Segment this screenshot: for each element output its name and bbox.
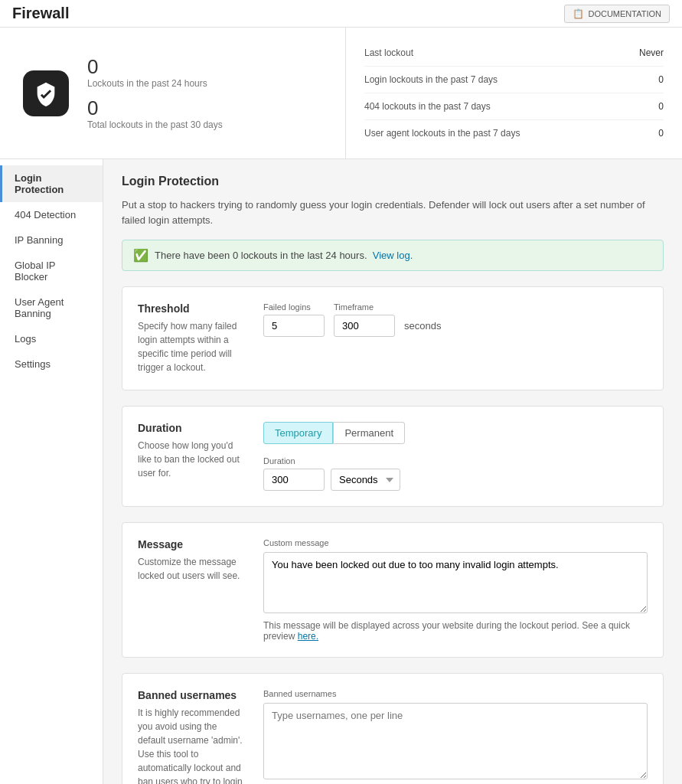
failed-logins-label: Failed logins: [263, 302, 325, 312]
documentation-button[interactable]: 📋 DOCUMENTATION: [564, 5, 670, 23]
duration-desc: Choose how long you'd like to ban the lo…: [138, 439, 245, 480]
threshold-description: Threshold Specify how many failed login …: [138, 302, 245, 374]
main-layout: Login Protection 404 Detection IP Bannin…: [0, 159, 682, 784]
timeframe-group: Timeframe: [334, 302, 395, 337]
duration-section: Duration Choose how long you'd like to b…: [122, 406, 664, 507]
alert-box: ✅ There have been 0 lockouts in the last…: [122, 240, 664, 271]
failed-logins-input[interactable]: [263, 315, 325, 337]
alert-text: There have been 0 lockouts in the last 2…: [155, 250, 413, 261]
section-title: Login Protection: [122, 175, 664, 188]
stat-row-ua-lockouts: User agent lockouts in the past 7 days 0: [364, 120, 664, 146]
stat-30d: 0 Total lockouts in the past 30 days: [87, 98, 223, 130]
view-log-link[interactable]: View log.: [373, 250, 413, 261]
banned-usernames-textarea[interactable]: [263, 703, 648, 779]
shield-icon: [33, 80, 59, 106]
stat-row-last-lockout: Last lockout Never: [364, 40, 664, 67]
message-controls: Custom message You have been locked out …: [263, 538, 648, 642]
stat-24h: 0 Lockouts in the past 24 hours: [87, 57, 223, 89]
content-area: Login Protection Put a stop to hackers t…: [103, 159, 682, 784]
stats-right: Last lockout Never Login lockouts in the…: [346, 28, 682, 158]
book-icon: 📋: [573, 8, 584, 19]
message-title: Message: [138, 538, 245, 550]
duration-title: Duration: [138, 422, 245, 434]
banned-usernames-title: Banned usernames: [138, 689, 245, 701]
duration-controls: Temporary Permanent Duration Seconds Min…: [263, 422, 648, 491]
duration-input-row: Duration Seconds Minutes Hours Days: [263, 456, 648, 491]
stat-row-404-lockouts: 404 lockouts in the past 7 days 0: [364, 93, 664, 120]
sidebar-item-settings[interactable]: Settings: [0, 351, 103, 377]
timeframe-label: Timeframe: [334, 302, 395, 312]
preview-link[interactable]: here.: [298, 631, 318, 642]
custom-message-textarea[interactable]: You have been locked out due to too many…: [263, 552, 648, 613]
duration-tabs: Temporary Permanent: [263, 422, 648, 444]
threshold-desc: Specify how many failed login attempts w…: [138, 319, 245, 374]
threshold-fields: Failed logins Timeframe seconds: [263, 302, 648, 374]
threshold-section: Threshold Specify how many failed login …: [122, 286, 664, 390]
duration-description: Duration Choose how long you'd like to b…: [138, 422, 245, 491]
page-title: Firewall: [12, 5, 69, 22]
timeframe-input[interactable]: [334, 315, 395, 337]
check-circle-icon: ✅: [133, 248, 148, 263]
duration-label: Duration: [263, 456, 648, 466]
message-note: This message will be displayed across yo…: [263, 620, 648, 642]
sidebar-item-logs[interactable]: Logs: [0, 326, 103, 351]
sidebar-item-ip-banning[interactable]: IP Banning: [0, 227, 103, 253]
shield-icon-wrap: [23, 70, 69, 116]
banned-usernames-controls: Banned usernames We recommend adding the…: [263, 689, 648, 784]
sidebar-item-login-protection[interactable]: Login Protection: [0, 165, 103, 202]
sidebar-item-user-agent-banning[interactable]: User Agent Banning: [0, 289, 103, 326]
tab-temporary[interactable]: Temporary: [263, 422, 333, 444]
stats-left: 0 Lockouts in the past 24 hours 0 Total …: [0, 28, 346, 158]
header: Firewall 📋 DOCUMENTATION: [0, 0, 682, 28]
threshold-title: Threshold: [138, 302, 245, 315]
stat-row-login-lockouts: Login lockouts in the past 7 days 0: [364, 67, 664, 93]
banned-usernames-section: Banned usernames It is highly recommende…: [122, 673, 664, 784]
duration-value-input[interactable]: [263, 469, 325, 491]
message-description: Message Customize the message locked out…: [138, 538, 245, 642]
message-desc: Customize the message locked out users w…: [138, 555, 245, 583]
banned-usernames-description: Banned usernames It is highly recommende…: [138, 689, 245, 784]
message-section: Message Customize the message locked out…: [122, 522, 664, 658]
sidebar: Login Protection 404 Detection IP Bannin…: [0, 159, 103, 784]
tab-permanent[interactable]: Permanent: [333, 422, 405, 444]
duration-unit-select[interactable]: Seconds Minutes Hours Days: [331, 469, 400, 491]
custom-message-label: Custom message: [263, 538, 648, 547]
section-desc: Put a stop to hackers trying to randomly…: [122, 198, 664, 227]
stats-bar: 0 Lockouts in the past 24 hours 0 Total …: [0, 28, 682, 159]
stats-numbers: 0 Lockouts in the past 24 hours 0 Total …: [87, 57, 223, 130]
banned-usernames-label: Banned usernames: [263, 689, 648, 698]
failed-logins-group: Failed logins: [263, 302, 325, 337]
sidebar-item-global-ip-blocker[interactable]: Global IP Blocker: [0, 253, 103, 289]
sidebar-item-404-detection[interactable]: 404 Detection: [0, 202, 103, 227]
banned-usernames-desc: It is highly recommended you avoid using…: [138, 706, 245, 784]
timeframe-suffix: seconds: [404, 320, 441, 337]
